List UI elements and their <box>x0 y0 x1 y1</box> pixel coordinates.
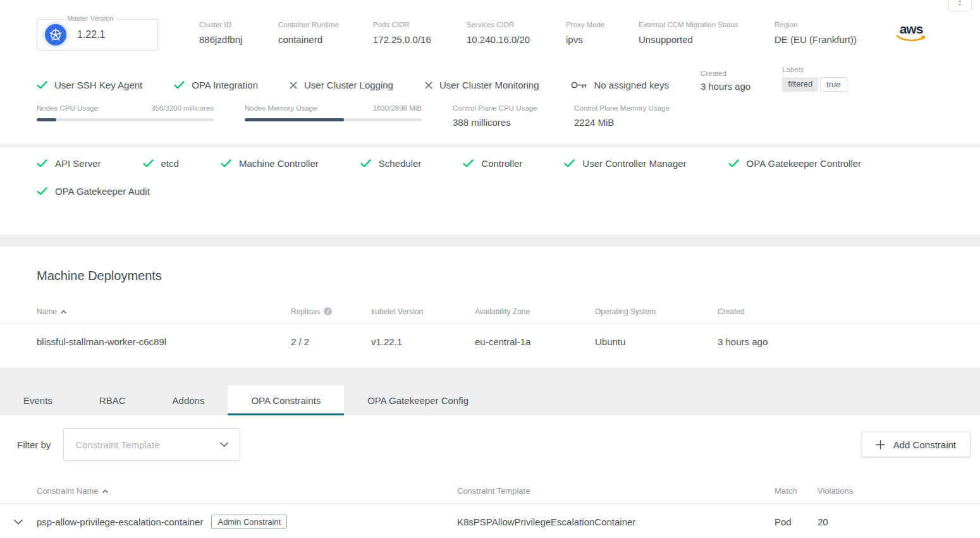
md-cell-created: 3 hours ago <box>718 336 980 347</box>
column-header-constraint-template: Constraint Template <box>457 486 775 496</box>
column-header-created: Created <box>718 307 980 316</box>
health-label: OPA Gatekeeper Audit <box>55 186 150 197</box>
info-icon[interactable]: i <box>324 307 332 315</box>
feature-label: User Cluster Logging <box>304 80 393 90</box>
check-icon <box>143 159 154 168</box>
md-cell-replicas: 2 / 2 <box>291 336 371 347</box>
master-version-value: 1.22.1 <box>77 29 105 40</box>
table-header-row: Name Replicas i kubelet Version Availabi… <box>0 300 980 324</box>
check-icon <box>37 187 47 195</box>
add-constraint-button[interactable]: Add Constraint <box>861 432 971 457</box>
usage-value: 356/3200 millicores <box>151 104 214 112</box>
info-services-cidr: Services CIDR 10.240.16.0/20 <box>467 21 566 45</box>
column-header-kubelet-version: kubelet Version <box>371 307 475 316</box>
labels-label: Labels <box>782 66 847 73</box>
check-icon <box>37 159 47 168</box>
key-icon <box>571 80 587 90</box>
constraint-row[interactable]: psp-allow-privilege-escalation-container… <box>0 504 980 538</box>
md-cell-availability-zone: eu-central-1a <box>475 336 595 347</box>
more-actions-button[interactable]: ⋮ <box>948 0 972 11</box>
select-placeholder: Constraint Template <box>75 439 159 450</box>
progress-bar <box>37 118 214 121</box>
health-label: Controller <box>481 158 522 169</box>
constraint-name: psp-allow-privilege-escalation-container <box>37 517 203 527</box>
feature-label: OPA Integration <box>192 80 258 90</box>
health-opa-gatekeeper-controller: OPA Gatekeeper Controller <box>728 158 861 169</box>
info-proxy-mode: Proxy Mode ipvs <box>566 21 639 45</box>
expand-row-button[interactable] <box>0 519 37 525</box>
info-region: Region DE (EU (Frankfurt)) <box>775 21 895 45</box>
label-chips: filtered true <box>782 77 847 92</box>
created-block: Created 3 hours ago <box>701 70 750 92</box>
control-plane-cpu-usage: Control Plane CPU Usage 388 millicores <box>453 104 543 128</box>
column-header-availability-zone: Availability Zone <box>475 307 595 316</box>
cross-icon <box>290 82 297 89</box>
check-icon <box>728 159 739 168</box>
usage-value: 388 millicores <box>453 117 543 128</box>
check-icon <box>360 159 371 168</box>
label-chip-value: true <box>820 77 847 92</box>
health-scheduler: Scheduler <box>360 158 422 169</box>
sort-asc-icon <box>102 489 108 493</box>
constraint-violations: 20 <box>818 517 980 527</box>
health-label: API Server <box>55 158 101 169</box>
cross-icon <box>425 82 432 89</box>
nodes-cpu-usage: Nodes CPU Usage 356/3200 millicores <box>37 104 214 128</box>
chevron-down-icon <box>220 442 228 447</box>
table-header-row: Constraint Name Constraint Template Matc… <box>0 479 980 504</box>
column-header-match: Match <box>775 486 818 496</box>
tab-opa-constraints[interactable]: OPA Constraints <box>228 386 344 415</box>
column-header-violations: Violations <box>818 486 980 496</box>
sort-asc-icon <box>61 310 66 314</box>
md-cell-kubelet-version: v1.22.1 <box>371 336 475 347</box>
info-pods-cidr: Pods CIDR 172.25.0.0/16 <box>373 21 467 45</box>
usage-value: 1630/2898 MiB <box>373 104 422 112</box>
health-label: Machine Controller <box>239 158 319 169</box>
feature-user-cluster-logging: User Cluster Logging <box>290 80 393 92</box>
health-label: User Controller Manager <box>582 158 686 169</box>
ssh-keys-status: No assigned keys <box>571 80 669 92</box>
chevron-down-icon <box>14 519 23 525</box>
machine-deployments-title: Machine Deployments <box>37 267 980 284</box>
tab-events[interactable]: Events <box>0 386 76 415</box>
kubernetes-logo-icon <box>45 24 66 46</box>
created-value: 3 hours ago <box>701 81 750 92</box>
usage-label: Control Plane CPU Usage <box>453 104 543 112</box>
health-machine-controller: Machine Controller <box>221 158 319 169</box>
cluster-detail-tabs: Events RBAC Addons OPA Constraints OPA G… <box>0 386 980 415</box>
health-label: etcd <box>161 158 179 169</box>
master-version-field[interactable]: Master Version 1.22.1 <box>37 19 158 51</box>
constraint-template-select[interactable]: Constraint Template <box>63 428 240 461</box>
machine-deployment-row[interactable]: blissful-stallman-worker-c6c89l 2 / 2 v1… <box>0 324 980 359</box>
machine-deployments-table: Name Replicas i kubelet Version Availabi… <box>0 300 980 359</box>
md-cell-operating-system: Ubuntu <box>595 336 718 347</box>
health-etcd: etcd <box>143 158 179 169</box>
feature-label: User Cluster Monitoring <box>439 80 539 90</box>
health-user-controller-manager: User Controller Manager <box>564 158 686 169</box>
tab-rbac[interactable]: RBAC <box>76 386 149 415</box>
info-container-runtime: Container Runtime containerd <box>278 21 373 45</box>
cluster-summary-card: ⋮ Master Version 1.22.1 <box>0 0 980 144</box>
health-checks-card: API Server etcd Machine Controller Sched… <box>0 147 980 235</box>
constraint-template: K8sPSPAllowPrivilegeEscalationContainer <box>457 517 775 527</box>
constraints-table: Constraint Name Constraint Template Matc… <box>0 479 980 538</box>
check-icon <box>463 159 474 168</box>
plus-icon <box>876 440 885 449</box>
health-label: Scheduler <box>379 158 422 169</box>
constraint-match: Pod <box>775 517 818 527</box>
tab-addons[interactable]: Addons <box>149 386 228 415</box>
column-header-name[interactable]: Name <box>37 307 291 316</box>
kebab-menu-icon: ⋮ <box>955 0 965 7</box>
health-label: OPA Gatekeeper Controller <box>747 158 861 169</box>
check-icon <box>564 159 575 168</box>
cluster-info-columns: Cluster ID 886jzdfbnj Container Runtime … <box>199 19 895 45</box>
opa-constraints-panel: Filter by Constraint Template Add Constr… <box>0 415 980 538</box>
tab-opa-gatekeeper-config[interactable]: OPA Gatekeeper Config <box>344 386 492 415</box>
created-label: Created <box>701 70 750 77</box>
label-chip-key: filtered <box>782 77 818 92</box>
column-header-replicas: Replicas i <box>291 307 371 316</box>
feature-user-cluster-monitoring: User Cluster Monitoring <box>425 80 539 92</box>
column-header-constraint-name[interactable]: Constraint Name <box>37 486 457 496</box>
health-opa-gatekeeper-audit: OPA Gatekeeper Audit <box>37 186 943 197</box>
check-icon <box>221 159 231 168</box>
